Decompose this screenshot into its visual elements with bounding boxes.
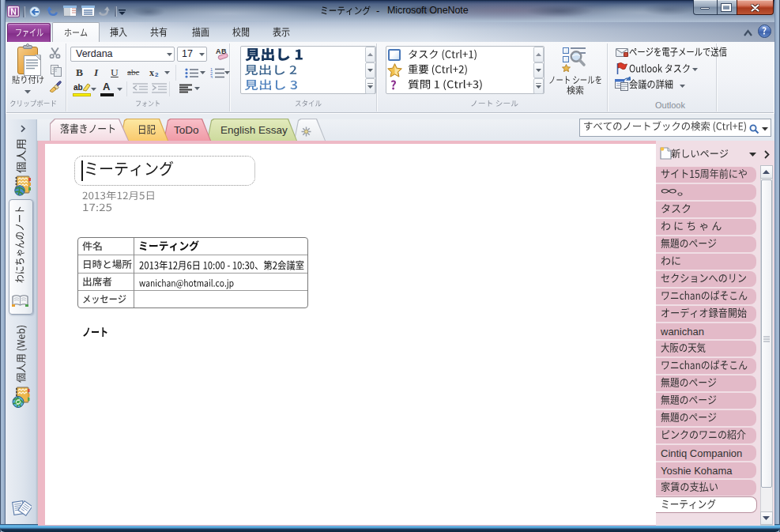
svg-text:3: 3 <box>210 75 213 78</box>
